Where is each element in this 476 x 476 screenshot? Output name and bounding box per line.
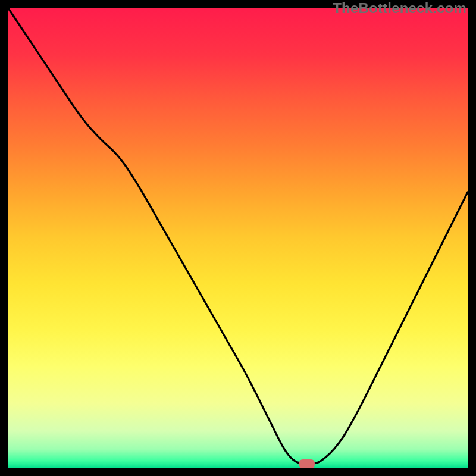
bottleneck-chart bbox=[8, 8, 468, 468]
watermark-text: TheBottleneck.com bbox=[333, 0, 466, 17]
chart-background bbox=[8, 8, 468, 468]
optimal-point-marker bbox=[299, 459, 315, 468]
chart-frame bbox=[8, 8, 468, 468]
